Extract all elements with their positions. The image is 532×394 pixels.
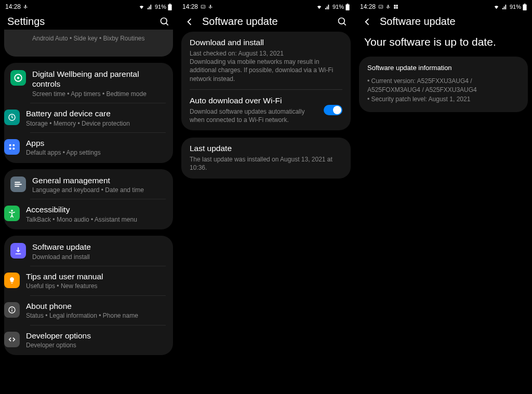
page-title: Software update [380,16,525,28]
svg-rect-17 [347,4,349,4]
signal-icon [501,4,508,10]
general-management-icon [10,176,26,192]
screenshot-icon [378,4,383,9]
settings-group-advanced: Android Auto • Side key • Bixby Routines [4,30,173,57]
settings-item-sub: Storage • Memory • Device protection [26,120,158,127]
settings-item-about-phone[interactable]: About phone Status • Legal information •… [30,295,166,325]
settings-item-title: About phone [26,301,158,311]
signal-icon [324,4,331,10]
status-bar: 14:28 91% [177,0,355,12]
clock-text: 14:28 [182,3,198,10]
svg-rect-22 [396,5,397,6]
status-bar: 14:28 91% [355,0,532,12]
sw-row-sub: Last checked on: August 13, 2021 Downloa… [190,49,342,83]
svg-point-8 [12,144,15,146]
settings-item-software-update[interactable]: Software update Download and install [4,237,173,266]
apps-icon [4,139,20,155]
page-title: Settings [7,16,152,28]
settings-header: Settings [0,12,177,32]
svg-point-2 [161,18,167,24]
svg-rect-21 [394,5,395,6]
svg-point-13 [11,308,12,309]
svg-point-7 [9,144,11,146]
wifi-icon [138,4,145,10]
update-info-patch: • Security patch level: August 1, 2021 [367,95,520,104]
auto-download-toggle[interactable] [324,105,342,115]
settings-item-battery[interactable]: Battery and device care Storage • Memory… [30,103,166,132]
settings-item-sub: Screen time • App timers • Bedtime mode [32,90,166,98]
usb-icon [208,4,213,9]
update-info-card: Software update information • Current ve… [359,57,528,112]
up-to-date-hero: Your software is up to date. [355,32,532,57]
download-install-row[interactable]: Download and install Last checked on: Au… [190,38,342,83]
wifi-icon [316,4,323,10]
settings-item-sub: Useful tips • New features [26,282,158,290]
back-button[interactable] [184,17,195,27]
settings-item-title: Apps [26,138,158,148]
update-info-heading: Software update information [367,64,520,72]
sw-row-title: Download and install [190,38,342,47]
svg-point-10 [12,147,15,150]
sw-row-title: Last update [190,144,342,153]
last-update-card: Last update The last update was installe… [181,138,351,178]
settings-item-advanced-features[interactable]: Android Auto • Side key • Bixby Routines [4,31,173,56]
software-update-icon [10,243,26,259]
settings-group-general: General management Language and keyboard… [4,169,173,230]
svg-rect-25 [523,4,526,10]
settings-item-title: Tips and user manual [26,271,158,281]
developer-options-icon [4,332,20,347]
grid-icon [393,4,398,9]
settings-item-digital-wellbeing[interactable]: Digital Wellbeing and parental controls … [4,64,173,103]
svg-point-9 [9,147,11,150]
clock-text: 14:28 [5,3,21,10]
settings-item-title: Software update [32,242,166,252]
search-button[interactable] [337,17,348,27]
svg-point-18 [339,18,345,24]
status-bar: 14:28 91% [0,0,177,12]
software-update-header: Software update [355,12,532,32]
svg-rect-1 [169,4,171,4]
settings-item-sub: Download and install [32,253,166,261]
battery-icon [345,4,350,10]
settings-item-title: General management [32,175,166,185]
svg-line-3 [166,23,168,25]
settings-item-title: Accessibility [26,205,158,214]
sw-row-sub: The last update was installed on August … [190,155,342,172]
clock-text: 14:28 [360,3,376,10]
svg-rect-16 [345,4,349,10]
settings-item-sub: TalkBack • Mono audio • Assistant menu [26,216,158,223]
settings-item-developer-options[interactable]: Developer options Developer options [30,325,166,355]
settings-item-accessibility[interactable]: Accessibility TalkBack • Mono audio • As… [30,199,166,228]
settings-item-title: Battery and device care [26,108,158,118]
svg-point-5 [17,77,20,79]
svg-rect-20 [379,5,383,8]
settings-item-apps[interactable]: Apps Default apps • App settings [30,132,166,162]
svg-rect-14 [11,309,12,311]
settings-group-system: Software update Download and install Tip… [4,236,173,355]
svg-line-19 [344,23,346,25]
battery-text: 91% [510,4,521,10]
digital-wellbeing-icon [10,70,26,86]
last-update-row[interactable]: Last update The last update was installe… [190,144,342,172]
search-button[interactable] [159,17,170,27]
hero-title: Your software is up to date. [364,36,523,48]
battery-icon [523,4,527,10]
back-button[interactable] [362,17,373,27]
settings-item-sub: Status • Legal information • Phone name [26,312,158,319]
svg-rect-26 [524,4,526,4]
usb-icon [386,4,391,9]
auto-download-row[interactable]: Auto download over Wi-Fi Download softwa… [190,89,342,124]
sw-row-sub: Download software updates automatically … [190,107,318,124]
battery-icon [168,4,172,10]
signal-icon [147,4,153,10]
settings-item-tips[interactable]: Tips and user manual Useful tips • New f… [30,266,166,295]
update-info-version: • Current version: A525FXXU3AUG4 / A525F… [367,77,520,95]
about-phone-icon [4,302,20,318]
screenshot-icon [201,4,206,9]
svg-rect-23 [394,7,395,8]
svg-point-11 [11,210,13,212]
battery-care-icon [4,110,20,125]
settings-item-general-management[interactable]: General management Language and keyboard… [4,170,173,199]
sw-row-title: Auto download over Wi-Fi [190,96,318,105]
accessibility-icon [4,206,20,221]
